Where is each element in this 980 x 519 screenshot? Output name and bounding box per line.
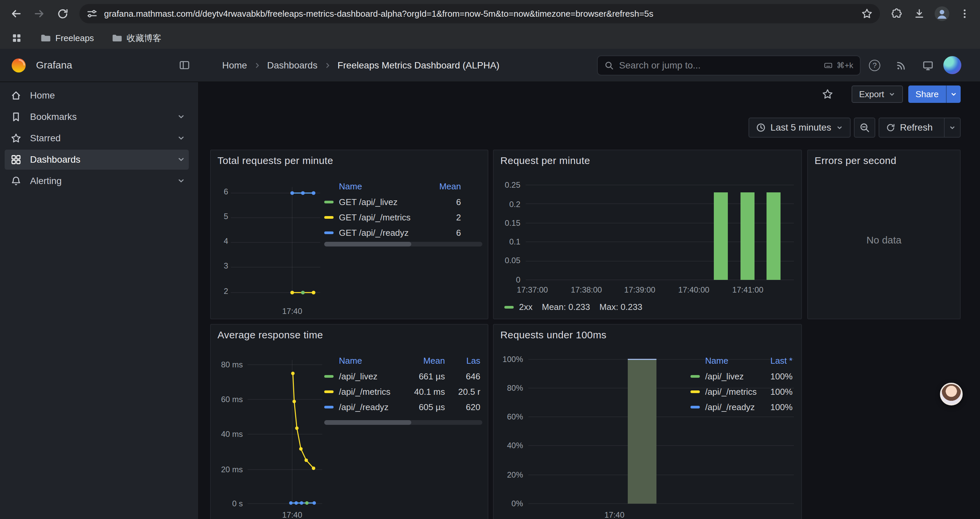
chevron-right-icon <box>323 61 332 69</box>
y-tick: 80 ms <box>215 360 243 369</box>
breadcrumb-home[interactable]: Home <box>222 60 247 71</box>
folder-icon <box>40 33 51 43</box>
legend-row[interactable]: /api/_/readyz 100% <box>690 399 794 415</box>
panel-title[interactable]: Errors per second <box>815 155 896 166</box>
floating-assistant-avatar[interactable] <box>940 383 963 406</box>
sidebar-item-home[interactable]: Home <box>5 86 189 105</box>
zoom-out-button[interactable] <box>854 118 875 137</box>
x-tick: 17:40 <box>277 307 307 316</box>
legend-row[interactable]: /api/_livez 100% <box>690 369 794 384</box>
share-button[interactable]: Share <box>908 86 961 103</box>
sidebar-item-dashboards[interactable]: Dashboards <box>5 150 189 170</box>
search-bar[interactable]: ⌘+k <box>597 56 861 75</box>
legend-row[interactable]: GET /api/_/metrics 2 <box>324 210 482 225</box>
legend-header-last[interactable]: Last * <box>759 356 792 366</box>
chevron-down-icon[interactable] <box>177 112 185 121</box>
favorite-star-icon[interactable] <box>818 85 837 104</box>
legend-header-name[interactable]: Name <box>339 181 421 192</box>
panel-avg-response-time: Average response time 80 ms 60 ms 40 ms … <box>210 324 488 519</box>
y-tick: 6 <box>215 187 228 196</box>
sidebar-item-label: Alerting <box>30 176 62 186</box>
refresh-button[interactable]: Refresh <box>878 118 961 137</box>
sidebar-item-bookmarks[interactable]: Bookmarks <box>5 107 189 127</box>
chevron-down-icon <box>949 124 956 131</box>
downloads-icon[interactable] <box>909 4 929 24</box>
star-icon <box>11 133 21 144</box>
legend[interactable]: 2xx Mean: 0.233 Max: 0.233 <box>504 302 643 312</box>
bookmark-star-icon[interactable] <box>861 8 873 19</box>
legend-header-name[interactable]: Name <box>339 356 397 366</box>
search-input[interactable] <box>619 60 818 71</box>
panel-title[interactable]: Total requests per minute <box>218 155 333 166</box>
bookmark-folder-freeleaps[interactable]: Freeleaps <box>37 30 97 46</box>
apps-grid-icon[interactable] <box>8 29 25 47</box>
sidebar-item-alerting[interactable]: Alerting <box>5 171 189 191</box>
y-tick: 0.05 <box>498 256 520 265</box>
refresh-interval-caret[interactable] <box>944 118 960 137</box>
legend-header-mean[interactable]: Mean <box>421 181 461 192</box>
breadcrumb: Home Dashboards Freeleaps Metrics Dashbo… <box>222 49 500 82</box>
series-color-green <box>324 375 334 378</box>
legend-row[interactable]: GET /api/_livez 6 <box>324 194 482 210</box>
browser-menu-icon[interactable] <box>955 4 975 24</box>
export-button[interactable]: Export <box>851 86 903 103</box>
panel-title[interactable]: Average response time <box>218 329 323 341</box>
news-rss-icon[interactable] <box>893 57 909 73</box>
forward-icon[interactable] <box>29 4 49 24</box>
legend-row[interactable]: GET /api/_/readyz 6 <box>324 225 482 241</box>
legend-header-mean[interactable]: Mean <box>402 356 445 366</box>
back-icon[interactable] <box>6 4 26 24</box>
dock-sidebar-icon[interactable] <box>179 59 190 71</box>
y-tick: 80% <box>498 383 523 393</box>
share-menu-caret[interactable] <box>946 86 961 103</box>
site-info-icon[interactable] <box>87 8 97 19</box>
user-avatar[interactable] <box>943 56 961 74</box>
total-requests-chart <box>231 187 320 298</box>
legend-row[interactable]: /api/_livez 661 µs 646 <box>324 369 482 384</box>
y-tick: 100% <box>498 355 523 364</box>
sidebar-item-label: Starred <box>30 133 61 144</box>
extensions-icon[interactable] <box>886 4 907 24</box>
y-tick: 0% <box>498 499 523 508</box>
chevron-down-icon <box>836 124 843 131</box>
no-data-message: No data <box>808 235 960 246</box>
home-icon <box>11 90 21 101</box>
legend-row[interactable]: /api/_/metrics 100% <box>690 384 794 399</box>
url-bar[interactable]: grafana.mathmast.com/d/deytv4rwavabkb/fr… <box>80 4 880 23</box>
legend-table: Name Mean Las /api/_livez 661 µs 646 /ap… <box>324 353 482 415</box>
series-color-green <box>690 375 700 378</box>
legend-row[interactable]: /api/_/metrics 40.1 ms 20.5 r <box>324 384 482 399</box>
search-shortcut: ⌘+k <box>823 61 853 70</box>
panel-title[interactable]: Request per minute <box>500 155 590 166</box>
display-icon[interactable] <box>920 57 936 73</box>
y-tick: 40 ms <box>215 430 243 439</box>
legend-hscrollbar[interactable] <box>324 420 482 425</box>
panel-title[interactable]: Requests under 100ms <box>500 329 606 341</box>
help-icon[interactable]: ? <box>867 57 883 73</box>
chevron-down-icon <box>950 91 957 98</box>
time-range-picker[interactable]: Last 5 minutes <box>749 118 851 137</box>
legend-row[interactable]: /api/_/readyz 605 µs 620 <box>324 399 482 415</box>
dashboard-content: Export Share Last 5 minutes Refresh <box>199 82 980 519</box>
screen: { "browser": { "url": "grafana.mathmast.… <box>0 0 980 519</box>
bookmark-folder-blog[interactable]: 收藏博客 <box>109 30 164 46</box>
y-tick: 0.2 <box>498 200 520 209</box>
sidebar-nav: Home Bookmarks Starred Dashboards Alerti… <box>0 82 199 519</box>
chevron-down-icon[interactable] <box>177 176 185 185</box>
y-tick: 0 s <box>215 499 243 508</box>
legend-hscrollbar[interactable] <box>324 242 482 246</box>
grafana-logo[interactable] <box>11 57 27 73</box>
chevron-down-icon[interactable] <box>177 134 185 142</box>
chevron-down-icon[interactable] <box>177 155 185 164</box>
legend-header-name[interactable]: Name <box>705 356 759 366</box>
y-tick: 0.15 <box>498 219 520 228</box>
reload-icon[interactable] <box>53 4 73 24</box>
breadcrumb-dashboards[interactable]: Dashboards <box>267 60 318 71</box>
y-tick: 60% <box>498 412 523 422</box>
panel-request-per-minute: Request per minute 0.25 0.2 0.15 0.1 0.0… <box>493 150 802 319</box>
chevron-down-icon <box>888 91 896 98</box>
sidebar-item-starred[interactable]: Starred <box>5 128 189 148</box>
panel-total-requests: Total requests per minute 6 5 4 3 2 17:4… <box>210 150 488 319</box>
legend-header-last[interactable]: Las <box>450 356 480 366</box>
profile-avatar[interactable] <box>932 4 952 24</box>
